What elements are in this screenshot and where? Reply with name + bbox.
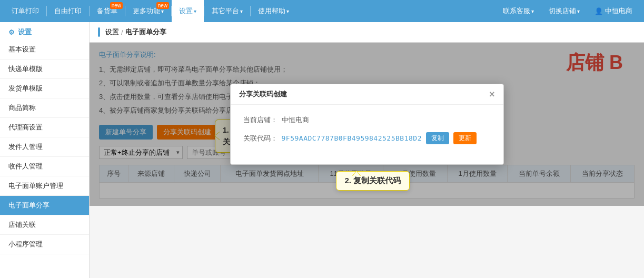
top-nav-right: 联系客服 ▾ 切换店铺 ▾ 👤 中恒电商 — [496, 0, 640, 22]
code-row: 9F59AADC7787B0FB4959842525BB18D2 复制 更新 — [282, 132, 477, 144]
platform-chevron-icon: ▾ — [240, 8, 243, 14]
breadcrumb-current: 电子面单分享 — [125, 27, 166, 37]
nav-settings[interactable]: 设置 ▾ — [172, 0, 204, 22]
gear-icon: ⚙ — [8, 28, 15, 36]
sidebar-item-express-template[interactable]: 快递单模版 — [0, 59, 89, 79]
sidebar-title: ⚙ 设置 — [0, 22, 89, 40]
main-content: 设置 / 电子面单分享 店铺 B 电子面单分享说明: 1、无需绑定店铺，即可将菜… — [90, 22, 644, 278]
modal: 分享关联码创建 × 当前店铺： 中恒电商 关联代码： 9F59AADC7787B… — [230, 84, 504, 165]
sidebar: ⚙ 设置 基本设置 快递单模版 发货单模版 商品简称 代理商设置 发件人管理 收… — [0, 22, 90, 278]
breadcrumb-separator: / — [121, 28, 123, 36]
nav-user[interactable]: 👤 中恒电商 — [587, 0, 640, 22]
modal-close-button[interactable]: × — [489, 90, 495, 99]
sidebar-item-basic[interactable]: 基本设置 — [0, 40, 89, 59]
modal-code-row: 关联代码： 9F59AADC7787B0FB4959842525BB18D2 复… — [243, 132, 491, 144]
nav-other-platform[interactable]: 其它平台 ▾ — [204, 0, 250, 22]
breadcrumb-home: 设置 — [105, 27, 119, 37]
link-code-label: 关联代码： — [243, 134, 278, 143]
user-icon: 👤 — [595, 7, 603, 15]
copy-button[interactable]: 复制 — [426, 132, 449, 144]
nav-more[interactable]: 更多功能 new ▾ — [125, 0, 171, 22]
top-navigation: 订单打印 自由打印 备货单 new 更多功能 new ▾ 设置 ▾ 其它平台 ▾… — [0, 0, 644, 22]
refresh-button[interactable]: 更新 — [453, 132, 477, 144]
nav-stock[interactable]: 备货单 new — [90, 0, 125, 22]
customer-service-chevron-icon: ▾ — [531, 8, 534, 14]
sidebar-item-sender[interactable]: 发件人管理 — [0, 137, 89, 157]
sidebar-item-receiver[interactable]: 收件人管理 — [0, 157, 89, 176]
nav-order-print[interactable]: 订单打印 — [4, 0, 46, 22]
sidebar-item-waybill-share[interactable]: 电子面单分享 — [0, 196, 89, 215]
nav-free-print[interactable]: 自由打印 — [47, 0, 89, 22]
current-shop-label: 当前店铺： — [243, 115, 278, 125]
sidebar-item-agent[interactable]: 代理商设置 — [0, 118, 89, 137]
modal-body: 当前店铺： 中恒电商 关联代码： 9F59AADC7787B0FB4959842… — [231, 105, 503, 164]
page-content: 店铺 B 电子面单分享说明: 1、无需绑定店铺，即可将菜鸟电子面单分享给其他店铺… — [90, 43, 644, 206]
breadcrumb: 设置 / 电子面单分享 — [90, 22, 644, 43]
nav-switch-shop[interactable]: 切换店铺 ▾ — [541, 0, 587, 22]
stock-badge: new — [110, 2, 123, 9]
modal-shop-row: 当前店铺： 中恒电商 — [243, 115, 491, 125]
settings-chevron-icon: ▾ — [194, 8, 196, 14]
help-chevron-icon: ▾ — [286, 8, 289, 14]
switch-shop-chevron-icon: ▾ — [577, 8, 580, 14]
nav-customer-service[interactable]: 联系客服 ▾ — [496, 0, 541, 22]
sidebar-item-shop-link[interactable]: 店铺关联 — [0, 215, 89, 235]
current-shop-value: 中恒电商 — [282, 115, 309, 125]
nav-help[interactable]: 使用帮助 ▾ — [251, 0, 296, 22]
more-badge: new — [156, 2, 169, 9]
sidebar-item-product-name[interactable]: 商品简称 — [0, 98, 89, 118]
more-chevron-icon: ▾ — [161, 8, 164, 14]
sidebar-item-waybill-account[interactable]: 电子面单账户管理 — [0, 176, 89, 196]
modal-title: 分享关联码创建 — [239, 90, 287, 99]
modal-header: 分享关联码创建 × — [231, 84, 503, 105]
modal-overlay: 分享关联码创建 × 当前店铺： 中恒电商 关联代码： 9F59AADC7787B… — [90, 43, 644, 206]
sidebar-item-mini-app[interactable]: 小程序管理 — [0, 235, 89, 254]
link-code-value: 9F59AADC7787B0FB4959842525BB18D2 — [282, 134, 422, 142]
main-layout: ⚙ 设置 基本设置 快递单模版 发货单模版 商品简称 代理商设置 发件人管理 收… — [0, 22, 644, 278]
breadcrumb-bar — [98, 27, 100, 37]
sidebar-item-ship-template[interactable]: 发货单模版 — [0, 79, 89, 98]
tooltip-copy-code: 2. 复制关联代码 — [336, 171, 410, 191]
